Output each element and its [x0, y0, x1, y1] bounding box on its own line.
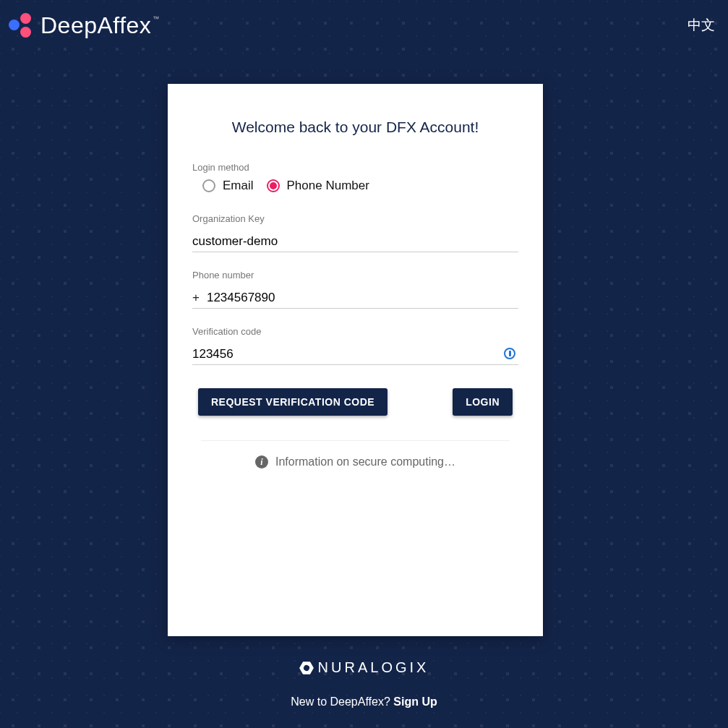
phone-group: Phone number + [192, 270, 518, 309]
info-text: Information on secure computing… [275, 455, 455, 468]
brand-logo-text: DeepAffex™ [40, 12, 158, 39]
phone-label: Phone number [192, 270, 518, 281]
password-manager-icon[interactable] [504, 348, 515, 359]
radio-unchecked-icon [202, 179, 215, 192]
brand-logo: DeepAffex™ [6, 11, 158, 40]
login-button[interactable]: LOGIN [453, 388, 513, 416]
divider [201, 440, 510, 441]
org-key-label: Organization Key [192, 213, 518, 224]
radio-email-label: Email [223, 179, 254, 193]
phone-prefix: + [192, 286, 207, 308]
org-key-group: Organization Key [192, 213, 518, 252]
signup-link[interactable]: Sign Up [393, 695, 437, 708]
radio-phone-label: Phone Number [287, 179, 369, 193]
footer: nuraLOGIX New to DeepAffex? Sign Up [0, 659, 728, 708]
phone-input[interactable] [207, 286, 518, 308]
footer-prefix: New to DeepAffex? [291, 695, 393, 708]
radio-checked-icon [267, 179, 280, 192]
info-row[interactable]: i Information on secure computing… [192, 455, 518, 468]
language-switch[interactable]: 中文 [688, 16, 715, 35]
brand-logo-icon [6, 11, 35, 40]
footer-signup-text: New to DeepAffex? Sign Up [0, 695, 728, 708]
button-row: REQUEST VERIFICATION CODE LOGIN [192, 388, 518, 416]
company-name: nuraLOGIX [318, 659, 429, 676]
info-icon: i [255, 455, 268, 468]
brand-name: DeepAffex [40, 12, 151, 38]
company-logo: nuraLOGIX [299, 659, 429, 676]
login-method-radios: Email Phone Number [192, 179, 518, 193]
verif-group: Verification code [192, 326, 518, 365]
login-method-label: Login method [192, 162, 518, 173]
radio-phone[interactable]: Phone Number [267, 179, 369, 193]
request-code-button[interactable]: REQUEST VERIFICATION CODE [198, 388, 387, 416]
verif-input[interactable] [192, 343, 504, 364]
login-card: Welcome back to your DFX Account! Login … [168, 84, 543, 636]
company-logo-icon [296, 658, 316, 677]
header: DeepAffex™ 中文 [0, 0, 728, 43]
phone-input-row: + [192, 286, 518, 309]
trademark: ™ [153, 15, 160, 22]
verif-input-row [192, 343, 518, 365]
verif-label: Verification code [192, 326, 518, 337]
org-key-input[interactable] [192, 230, 518, 252]
page-title: Welcome back to your DFX Account! [192, 119, 518, 136]
radio-email[interactable]: Email [202, 179, 254, 193]
